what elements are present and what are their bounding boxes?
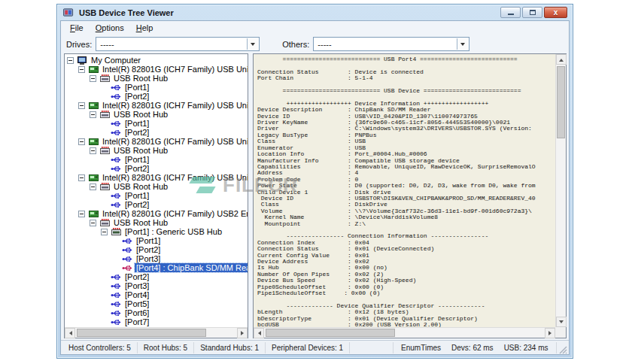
collapse-expander-icon[interactable]	[90, 75, 96, 82]
tree-spacer	[101, 193, 108, 199]
menu-item-help[interactable]: Help	[130, 22, 160, 35]
tree-item[interactable]: Intel(R) 82801G (ICH7 Family) USB2 Enhan…	[65, 209, 248, 218]
tree-item[interactable]: [Port1] : Generic USB Hub	[65, 227, 248, 236]
usb-port-icon	[111, 83, 121, 92]
tree-item[interactable]: [Port2]	[65, 164, 248, 173]
tree-item[interactable]: USB Root Hub	[65, 110, 248, 119]
tree-indent	[65, 141, 78, 142]
tree-item[interactable]: USB Root Hub	[65, 218, 248, 227]
usb-root-hub-icon	[99, 147, 110, 155]
drives-dropdown-button[interactable]	[247, 38, 258, 50]
collapse-expander-icon[interactable]	[67, 57, 74, 64]
tree-item-label: [Port7]	[123, 317, 150, 326]
tree-item[interactable]: [Port1]	[65, 191, 248, 200]
tree-indent	[65, 177, 78, 178]
scrollbar-thumb[interactable]	[77, 329, 206, 337]
maximize-button[interactable]	[522, 7, 542, 18]
tree-spacer	[101, 93, 108, 100]
tree-item[interactable]: [Port4]	[65, 290, 248, 299]
resize-grip[interactable]	[557, 344, 567, 354]
tree-item-label: [Port2]	[123, 272, 150, 281]
tree-indent	[65, 295, 101, 296]
tree-indent	[65, 322, 101, 323]
tree-item[interactable]: [Port4] : ChipBank SD/MM Reader - Z:\	[65, 263, 248, 272]
tree-item[interactable]: [Port2]	[65, 200, 248, 209]
tree-item[interactable]: [Port3]	[65, 281, 248, 290]
tree-item[interactable]: [Port5]	[65, 299, 248, 308]
tree-item[interactable]: Intel(R) 82801G (ICH7 Family) USB Univer…	[65, 65, 248, 74]
title-bar[interactable]: USB Device Tree Viewer x	[60, 5, 570, 20]
menu-item-file[interactable]: File	[64, 22, 90, 35]
tree-item[interactable]: [Port6]	[65, 308, 248, 317]
tree-indent	[65, 150, 90, 151]
tree-item[interactable]: Intel(R) 82801G (ICH7 Family) USB Univer…	[65, 173, 248, 182]
scroll-right-button[interactable]	[237, 328, 248, 338]
tree-spacer	[101, 292, 108, 299]
tree-item[interactable]: My Computer	[65, 56, 248, 65]
tree-item[interactable]: [Port3]	[65, 254, 248, 263]
tree-item-label: [Port4] : ChipBank SD/MM Reader - Z:\	[135, 263, 248, 272]
tree-item[interactable]: Intel(R) 82801G (ICH7 Family) USB Univer…	[65, 137, 248, 146]
tree-spacer	[101, 84, 108, 91]
tree-item-label: [Port1]	[135, 236, 162, 245]
tree-item[interactable]: [Port7]	[65, 317, 248, 326]
tree-item[interactable]: [Port2]	[65, 128, 248, 137]
collapse-expander-icon[interactable]	[78, 211, 85, 217]
collapse-expander-icon[interactable]	[90, 184, 96, 190]
drives-combobox[interactable]: -----	[96, 37, 260, 51]
tree-indent	[65, 277, 101, 278]
menu-item-options[interactable]: Options	[90, 22, 130, 35]
tree-item[interactable]: USB Root Hub	[65, 74, 248, 83]
details-hscrollbar[interactable]	[254, 327, 555, 338]
tree-item[interactable]: USB Root Hub	[65, 182, 248, 191]
others-dropdown-button[interactable]	[457, 38, 468, 50]
collapse-expander-icon[interactable]	[78, 102, 85, 109]
collapse-expander-icon[interactable]	[90, 147, 96, 154]
computer-icon	[77, 56, 87, 65]
usb-port-icon	[122, 255, 132, 263]
tree-spacer	[112, 247, 119, 253]
usb-port-icon	[111, 201, 121, 209]
usb-root-hub-icon	[99, 111, 110, 119]
scroll-left-button[interactable]	[65, 328, 75, 338]
close-button[interactable]: x	[544, 7, 567, 18]
usb-port-icon	[111, 192, 121, 200]
tree-item[interactable]: [Port2]	[65, 92, 248, 101]
tree-item[interactable]: [Port2]	[65, 245, 248, 254]
scroll-up-button[interactable]	[556, 54, 567, 65]
scrollbar-thumb[interactable]	[266, 329, 395, 337]
tree-item[interactable]: [Port1]	[65, 155, 248, 164]
status-enum-times: EnumTimes Devs: 62 ms USB: 234 ms	[394, 342, 556, 353]
tree-item-label: USB Root Hub	[112, 146, 169, 155]
usb-port-icon	[111, 282, 121, 290]
drives-combobox-value: -----	[100, 40, 114, 49]
tree-hscrollbar[interactable]	[65, 327, 248, 338]
tree-item-label: [Port2]	[123, 92, 150, 101]
tree-item[interactable]: Intel(R) 82801G (ICH7 Family) USB Univer…	[65, 101, 248, 110]
scrollbar-thumb[interactable]	[557, 66, 565, 138]
scroll-down-button[interactable]	[556, 317, 567, 327]
tree-spacer	[101, 319, 108, 326]
tree-item-label: [Port6]	[123, 308, 150, 317]
usb-port-icon	[111, 165, 121, 173]
details-body[interactable]: =========================== USB Port4 ==…	[254, 54, 555, 327]
tree-indent	[65, 214, 78, 214]
others-combobox[interactable]: -----	[313, 37, 469, 51]
collapse-expander-icon[interactable]	[90, 220, 96, 226]
tree-item[interactable]: [Port2]	[65, 272, 248, 281]
scroll-left-button[interactable]	[254, 328, 264, 338]
collapse-expander-icon[interactable]	[78, 66, 85, 73]
tree-item[interactable]: [Port1]	[65, 236, 248, 245]
scroll-right-button[interactable]	[545, 328, 555, 338]
tree-item[interactable]: USB Root Hub	[65, 146, 248, 155]
collapse-expander-icon[interactable]	[78, 174, 85, 181]
collapse-expander-icon[interactable]	[78, 138, 85, 145]
collapse-expander-icon[interactable]	[90, 111, 96, 118]
minimize-button[interactable]	[500, 7, 521, 18]
tree-item[interactable]: [Port1]	[65, 119, 248, 128]
details-vscrollbar[interactable]	[555, 54, 566, 327]
tree-item[interactable]: [Port1]	[65, 83, 248, 92]
tree-spacer	[101, 156, 108, 163]
usb-controller-icon	[88, 138, 99, 146]
collapse-expander-icon[interactable]	[101, 229, 108, 235]
